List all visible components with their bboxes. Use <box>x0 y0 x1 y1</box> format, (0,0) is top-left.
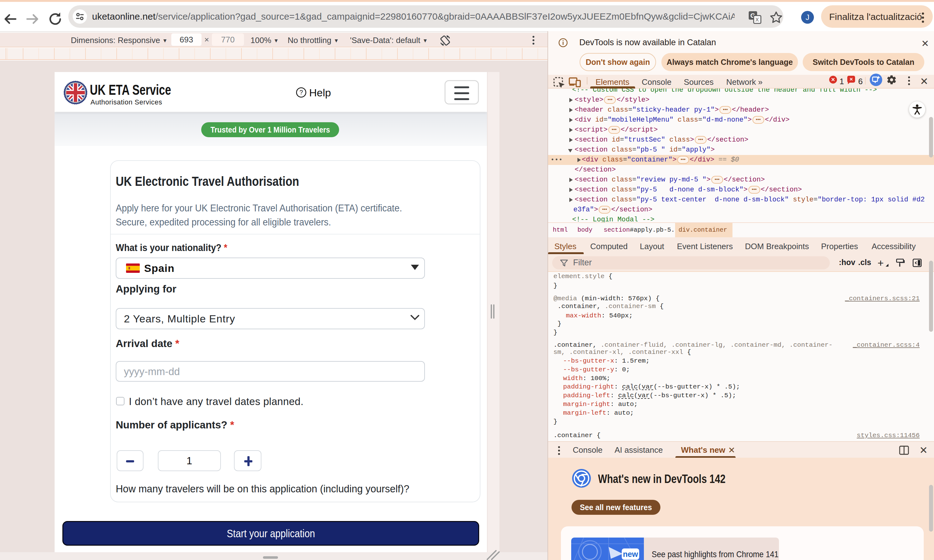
svg-text:?: ? <box>299 89 303 96</box>
svg-text:X: X <box>755 17 759 23</box>
